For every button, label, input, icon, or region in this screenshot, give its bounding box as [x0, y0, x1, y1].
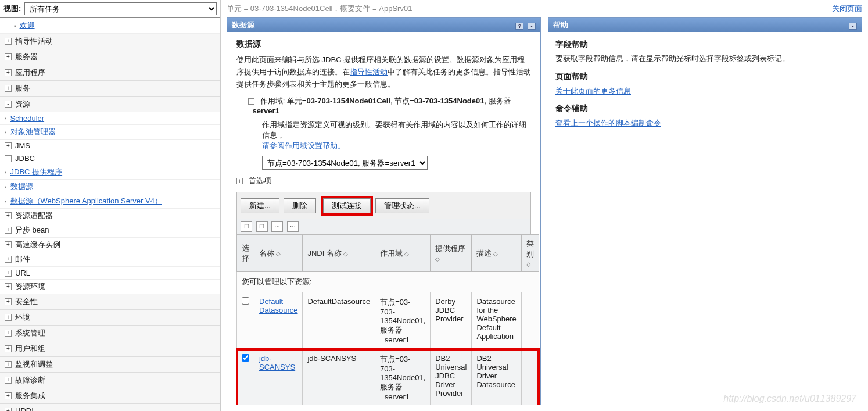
ds-name-link[interactable]: Default Datasource [259, 297, 297, 314]
test-connection-button[interactable]: 测试连接 [323, 198, 371, 213]
plus-icon: + [5, 345, 12, 352]
table-row: jdb-SCANSYS jdb-SCANSYS 节点=03-703-1354No… [237, 349, 539, 405]
plus-icon: + [5, 361, 12, 368]
ds-name-link[interactable]: jdb-SCANSYS [259, 354, 295, 371]
select-all-icon[interactable]: ☐ [241, 221, 252, 232]
plus-icon: + [5, 298, 12, 305]
test-connection-highlight: 测试连接 [321, 196, 373, 216]
table-note: 您可以管理以下资源: [237, 272, 539, 292]
row-checkbox[interactable] [242, 354, 249, 362]
button-row: 新建... 删除 测试连接 管理状态... [236, 192, 531, 219]
view-label: 视图: [3, 3, 21, 14]
table-toolbar: ☐ ☐ ⋯ ⋯ [236, 219, 531, 234]
close-page-link[interactable]: 关闭页面 [832, 3, 862, 14]
nav-resources[interactable]: -资源 [0, 97, 220, 112]
col-desc[interactable]: 描述 [472, 235, 521, 272]
nav-scheduler[interactable]: ▪Scheduler [0, 112, 220, 125]
deselect-all-icon[interactable]: ☐ [256, 221, 268, 232]
plus-icon: + [5, 283, 12, 290]
nav-res-4[interactable]: +URL [0, 267, 220, 280]
minus-icon: - [5, 155, 12, 162]
nav-jms[interactable]: +JMS [0, 140, 220, 152]
datasource-panel: 数据源 ? - 数据源 使用此页面来编辑与所选 JDBC 提供程序相关联的数据源… [227, 17, 541, 405]
nav-res-2[interactable]: +高速缓存实例 [0, 238, 220, 252]
minimize-icon[interactable]: - [528, 23, 536, 30]
col-provider[interactable]: 提供程序 [431, 235, 472, 272]
scope-help-link[interactable]: 请参阅作用域设置帮助。 [262, 141, 345, 150]
help-cmd-heading: 命令辅助 [555, 102, 855, 115]
help-header: 帮助 - [548, 18, 862, 32]
minus-icon: - [5, 101, 12, 108]
col-select: 选择 [237, 235, 254, 272]
col-jndi[interactable]: JNDI 名称 [303, 235, 375, 272]
plus-icon: + [5, 392, 12, 399]
nav-bottom-4[interactable]: +监视和调整 [0, 357, 220, 373]
help-panel: 帮助 - 字段帮助 要获取字段帮助信息，请在显示帮助光标时选择字段标签或列表标记… [548, 17, 862, 405]
scope-desc: 作用域指定资源定义可视的级别。要获得有关作用域的内容以及如何工作的详细信息， 请… [262, 120, 531, 151]
nav-bottom-2[interactable]: +系统管理 [0, 326, 220, 341]
panel-header: 数据源 ? - [227, 18, 540, 32]
col-name[interactable]: 名称 [254, 235, 303, 272]
col-scope[interactable]: 作用域 [375, 235, 431, 272]
nav-datasource-v4[interactable]: ▪数据源（WebSphere Application Server V4） [0, 194, 220, 209]
plus-icon: + [5, 314, 12, 321]
nav-res-3[interactable]: +邮件 [0, 252, 220, 267]
nav-section-3[interactable]: +服务 [0, 81, 220, 97]
nav-bottom-6[interactable]: +服务集成 [0, 388, 220, 404]
help-icon[interactable]: ? [515, 23, 523, 30]
nav-bottom-3[interactable]: +用户和组 [0, 341, 220, 357]
nav-res-1[interactable]: +异步 bean [0, 223, 220, 238]
scope-select[interactable]: 节点=03-703-1354Node01, 服务器=server1 [262, 156, 428, 170]
plus-icon: + [5, 142, 12, 149]
nav-section-0[interactable]: +指导性活动 [0, 34, 220, 49]
help-field-heading: 字段帮助 [555, 38, 855, 51]
nav-bottom-7[interactable]: +UDDI [0, 404, 220, 411]
nav-bottom-0[interactable]: +安全性 [0, 294, 220, 310]
panel-header-icons: ? - [514, 21, 536, 30]
sidebar: 视图: 所有任务 欢迎 +指导性活动 +服务器 +应用程序 +服务 -资源 ▪S… [0, 0, 221, 411]
nav-welcome[interactable]: 欢迎 [0, 18, 220, 34]
row-checkbox[interactable] [242, 297, 249, 305]
manage-state-button[interactable]: 管理状态... [375, 198, 429, 213]
page-heading: 数据源 [236, 39, 531, 49]
plus-icon: + [5, 69, 12, 76]
nav-jdbc[interactable]: -JDBC [0, 152, 220, 165]
nav-bottom-5[interactable]: +故障诊断 [0, 373, 220, 388]
new-button[interactable]: 新建... [241, 198, 279, 213]
plus-icon: + [5, 256, 12, 263]
minus-icon[interactable]: - [248, 98, 254, 105]
clear-filter-icon[interactable]: ⋯ [287, 221, 299, 232]
view-selector-row: 视图: 所有任务 [0, 0, 220, 18]
watermark: http://blog.csdn.net/u011389297 [723, 394, 856, 404]
plus-icon: + [5, 212, 12, 219]
help-cmd-link[interactable]: 查看上一个操作的脚本编制命令 [555, 119, 661, 127]
col-cat[interactable]: 类别 [521, 235, 539, 272]
scope-line: - 作用域: 单元=03-703-1354Node01Cell, 节点=03-7… [248, 96, 531, 115]
plus-icon: + [5, 38, 12, 45]
nav-section-2[interactable]: +应用程序 [0, 65, 220, 81]
filter-icon[interactable]: ⋯ [271, 221, 283, 232]
delete-button[interactable]: 删除 [284, 198, 316, 213]
plus-icon: + [5, 53, 12, 60]
page-desc: 使用此页面来编辑与所选 JDBC 提供程序相关联的数据源的设置。数据源对象为应用… [236, 54, 531, 90]
nav-jdbc-provider[interactable]: ▪JDBC 提供程序 [0, 165, 220, 180]
preferences-toggle[interactable]: + 首选项 [236, 176, 531, 186]
nav-res-0[interactable]: +资源适配器 [0, 209, 220, 223]
minimize-icon[interactable]: - [849, 23, 857, 30]
view-select[interactable]: 所有任务 [24, 2, 217, 15]
datasource-table: 选择 名称 JNDI 名称 作用域 提供程序 描述 类别 您可以管理以下资源: [236, 234, 539, 405]
plus-icon: + [5, 330, 12, 337]
help-field-text: 要获取字段帮助信息，请在显示帮助光标时选择字段标签或列表标记。 [555, 53, 855, 65]
nav-res-5[interactable]: +资源环境 [0, 280, 220, 294]
guided-link[interactable]: 指导性活动 [350, 67, 388, 76]
help-page-link[interactable]: 关于此页面的更多信息 [555, 87, 631, 95]
nav-section-1[interactable]: +服务器 [0, 49, 220, 65]
nav-objpool[interactable]: ▪对象池管理器 [0, 125, 220, 140]
nav-datasource[interactable]: ▪数据源 [0, 180, 220, 194]
plus-icon: + [5, 241, 12, 248]
plus-icon: + [5, 227, 12, 234]
plus-icon: + [5, 270, 12, 277]
nav-bottom-1[interactable]: +环境 [0, 310, 220, 326]
plus-icon: + [5, 85, 12, 92]
plus-icon: + [5, 377, 12, 384]
